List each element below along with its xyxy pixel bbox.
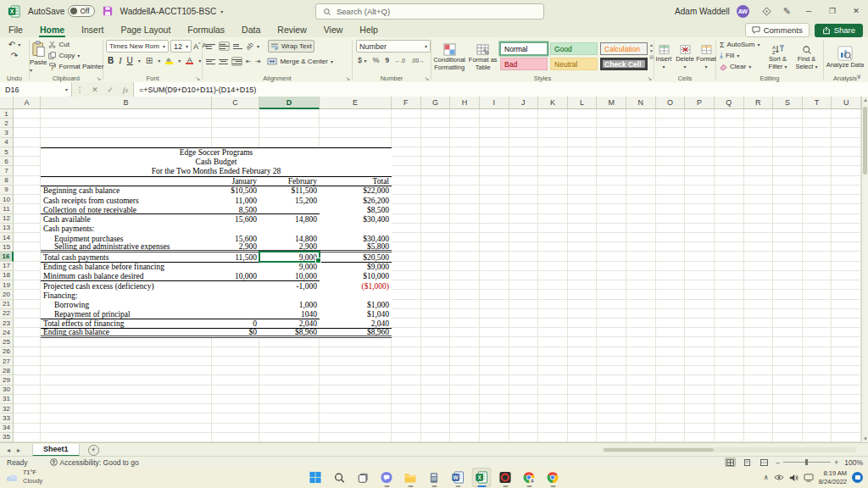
statement-cell[interactable]: $22,000 [320, 186, 392, 196]
column-header-B[interactable]: B [41, 97, 212, 109]
row-header-9[interactable]: 9 [0, 186, 14, 195]
align-bottom-icon[interactable] [233, 42, 242, 50]
font-dialog-launcher[interactable]: ↘ [195, 75, 200, 82]
column-header-F[interactable]: F [392, 97, 421, 109]
row-header-4[interactable]: 4 [0, 138, 14, 147]
statement-row-12[interactable]: Cash available15,60014,800$30,400 [41, 215, 392, 225]
statement-row-20[interactable]: Financing: [41, 291, 392, 300]
row-header-6[interactable]: 6 [0, 157, 14, 166]
statement-cell[interactable] [212, 263, 259, 272]
statement-title-1[interactable]: Edge Soccer Programs [41, 148, 392, 158]
statement-cell[interactable] [259, 291, 320, 300]
statement-cell[interactable]: -1,000 [259, 281, 320, 291]
cut-button[interactable]: Cut [47, 39, 105, 50]
share-button[interactable]: Share [815, 24, 863, 37]
fx-icon[interactable]: fx [118, 82, 133, 97]
column-header-M[interactable]: M [597, 97, 626, 109]
statement-cell[interactable]: February [259, 177, 320, 186]
statement-row-24[interactable]: Ending cash balance$0$8,960$8,960 [41, 329, 392, 338]
row-header-24[interactable]: 24 [0, 328, 14, 337]
row-header-31[interactable]: 31 [0, 395, 14, 404]
comma-style-icon[interactable]: 9 [386, 56, 390, 64]
sheet-nav-right-icon[interactable]: ▸ [17, 446, 20, 454]
column-header-I[interactable]: I [480, 97, 509, 109]
statement-cell[interactable]: 15,600 [212, 215, 259, 225]
statement-row-15[interactable]: Selling and administrative expenses2,900… [41, 243, 392, 252]
statement-cell[interactable]: $10,500 [212, 186, 259, 196]
row-header-27[interactable]: 27 [0, 357, 14, 366]
column-header-U[interactable]: U [832, 97, 861, 109]
normal-view-button[interactable] [725, 458, 736, 467]
row-header-25[interactable]: 25 [0, 337, 14, 347]
statement-row-14[interactable]: Equipment purchases15,60014,800$30,400 [41, 234, 392, 243]
column-header-H[interactable]: H [450, 97, 480, 109]
number-dialog-launcher[interactable]: ↘ [424, 75, 429, 82]
sheet-nav-left-icon[interactable]: ◂ [7, 446, 10, 454]
statement-cell[interactable]: Total cash payments [41, 252, 212, 261]
wrap-text-button[interactable]: Wrap Text [268, 40, 314, 53]
teams-chat-icon[interactable] [377, 468, 397, 487]
restore-button[interactable]: ❐ [821, 0, 844, 22]
statement-row-23[interactable]: Total effects of financing02,0402,040 [41, 319, 392, 329]
styles-dialog-launcher[interactable]: ↘ [647, 75, 652, 82]
spreadsheet-grid[interactable]: ABCDEFGHIJKLMNOPQRSTU1234567891011121314… [0, 97, 861, 442]
statement-cell[interactable]: 11,000 [212, 196, 259, 205]
row-header-16[interactable]: 16 [0, 252, 14, 261]
statement-cell[interactable] [212, 281, 259, 291]
sheet-tab-sheet1[interactable]: Sheet1 [32, 444, 80, 457]
avatar[interactable]: AW [737, 5, 749, 18]
column-header-T[interactable]: T [803, 97, 832, 109]
column-header-S[interactable]: S [773, 97, 803, 109]
clear-button[interactable]: Clear▾ [718, 61, 762, 72]
cell-style-neutral[interactable]: Neutral [550, 58, 598, 70]
statement-row-13[interactable]: Cash payments: [41, 225, 392, 234]
statement-cell[interactable]: Borrowing [41, 301, 212, 310]
excel-icon[interactable]: X [472, 468, 492, 487]
calculator-icon[interactable] [425, 468, 444, 487]
statement-cell[interactable]: $11,500 [259, 186, 320, 196]
align-middle-icon[interactable] [219, 42, 230, 51]
statement-cell[interactable]: 2,040 [320, 319, 392, 328]
row-header-22[interactable]: 22 [0, 309, 14, 319]
increase-decimal-icon[interactable]: ←.0 [395, 58, 405, 64]
tab-page-layout[interactable]: Page Layout [112, 22, 179, 37]
statement-cell[interactable] [212, 301, 259, 310]
font-size-select[interactable]: 12▾ [170, 40, 192, 53]
redo-button[interactable]: ↷ [9, 50, 19, 61]
statement-cell[interactable]: 0 [212, 319, 259, 328]
fill-button[interactable]: ⤓Fill▾ [718, 50, 762, 61]
row-header-2[interactable]: 2 [0, 119, 14, 128]
column-header-J[interactable]: J [509, 97, 539, 109]
tab-data[interactable]: Data [233, 22, 269, 37]
select-all-corner[interactable] [0, 97, 14, 109]
chrome-profile-icon[interactable] [520, 468, 539, 487]
alignment-dialog-launcher[interactable]: ↘ [345, 75, 350, 82]
statement-cell[interactable]: 1,000 [259, 301, 320, 310]
statement-cell[interactable]: $20,500 [320, 252, 392, 261]
percent-style-icon[interactable]: % [373, 56, 380, 64]
statement-cell[interactable]: Cash payments: [41, 225, 212, 234]
statement-row-11[interactable]: Collection of note receivable8,500$8,500 [41, 205, 392, 214]
statement-cell[interactable]: $9,000 [320, 263, 392, 272]
statement-row-22[interactable]: Repayment of principal1040$1,040 [41, 310, 392, 319]
format-cells-button[interactable]: Format▾ [697, 39, 715, 75]
delete-cells-button[interactable]: Delete▾ [676, 39, 694, 75]
statement-row-10[interactable]: Cash receipts from customers11,00015,200… [41, 196, 392, 205]
tab-file[interactable]: File [0, 22, 31, 37]
fill-handle[interactable] [315, 258, 321, 263]
row-header-12[interactable]: 12 [0, 214, 14, 224]
speaker-icon[interactable] [789, 474, 798, 482]
column-header-N[interactable]: N [626, 97, 656, 109]
statement-cell[interactable] [212, 225, 259, 234]
statement-cell[interactable]: $8,960 [320, 329, 392, 336]
column-header-Q[interactable]: Q [715, 97, 744, 109]
row-header-11[interactable]: 11 [0, 204, 14, 214]
format-as-table-button[interactable]: Format as Table [467, 39, 498, 76]
increase-indent-icon[interactable]: ⇥ [255, 58, 261, 65]
statement-cell[interactable]: $1,000 [320, 301, 392, 310]
enter-icon[interactable]: ✓ [103, 82, 118, 97]
statement-cell[interactable]: $8,960 [259, 329, 320, 336]
underline-button[interactable]: U [127, 56, 133, 65]
statement-cell[interactable]: Cash receipts from customers [41, 196, 212, 205]
copy-button[interactable]: Copy▾ [47, 50, 105, 61]
